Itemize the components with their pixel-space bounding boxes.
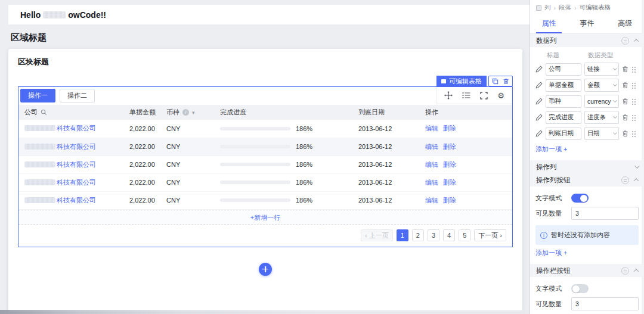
chevron-up-icon[interactable] bbox=[634, 39, 639, 43]
properties-panel: 列 › 段落 › 可编辑表格 属性 事件 高级 数据列 标题 数据类型 链接 bbox=[530, 0, 644, 314]
delete-link[interactable]: 删除 bbox=[443, 197, 456, 204]
trash-icon[interactable] bbox=[622, 114, 628, 121]
search-icon[interactable] bbox=[41, 109, 47, 116]
text-mode-label: 文字模式 bbox=[535, 194, 566, 203]
drag-handle[interactable] bbox=[631, 98, 636, 105]
company-link[interactable]: 科技有限公司 bbox=[57, 143, 96, 150]
edit-link[interactable]: 编辑 bbox=[425, 179, 438, 186]
columns-list-icon[interactable] bbox=[462, 92, 470, 99]
edit-pencil-icon[interactable] bbox=[535, 114, 543, 121]
delete-link[interactable]: 删除 bbox=[443, 179, 456, 186]
copy-widget-icon[interactable] bbox=[492, 78, 499, 85]
drag-handle[interactable] bbox=[631, 114, 636, 121]
trash-icon[interactable] bbox=[622, 66, 628, 73]
delete-link[interactable]: 删除 bbox=[443, 125, 456, 132]
add-row-link[interactable]: +新增一行 bbox=[250, 214, 280, 221]
tab-attributes[interactable]: 属性 bbox=[530, 15, 568, 33]
page-title: Hello owCode!! bbox=[20, 10, 106, 20]
table-tools: ⚙ bbox=[436, 87, 512, 104]
breadcrumb-current[interactable]: 可编辑表格 bbox=[580, 4, 611, 12]
column-title-input[interactable] bbox=[546, 63, 581, 76]
text-mode-toggle[interactable] bbox=[571, 284, 589, 293]
editable-table-widget[interactable]: 可编辑表格 操作一 操作二 bbox=[18, 86, 513, 247]
binding-icon[interactable] bbox=[621, 267, 629, 275]
column-type-select[interactable]: 金额 bbox=[584, 79, 619, 92]
action-one-button[interactable]: 操作一 bbox=[20, 89, 55, 102]
column-type-select[interactable]: currency bbox=[584, 95, 619, 108]
add-action-column-button-link[interactable]: 添加一项 + bbox=[535, 247, 567, 260]
chevron-down-icon bbox=[613, 130, 617, 135]
chevron-up-icon[interactable] bbox=[634, 178, 639, 183]
edit-pencil-icon[interactable] bbox=[535, 82, 543, 89]
page-button-1[interactable]: 1 bbox=[397, 229, 408, 241]
amount-cell: 2,022.00 bbox=[125, 120, 162, 138]
progress-label: 186% bbox=[296, 125, 312, 132]
visible-count-input[interactable] bbox=[571, 207, 639, 220]
edit-link[interactable]: 编辑 bbox=[425, 197, 438, 204]
trash-icon[interactable] bbox=[622, 82, 628, 89]
drag-handle[interactable] bbox=[631, 66, 636, 73]
section-header-action-bar-buttons[interactable]: 操作栏按钮 bbox=[530, 264, 644, 277]
column-title-input[interactable] bbox=[546, 128, 581, 140]
column-title-input[interactable] bbox=[546, 79, 581, 92]
text-mode-toggle[interactable] bbox=[571, 194, 589, 203]
page-button-4[interactable]: 4 bbox=[443, 229, 455, 241]
column-title-input[interactable] bbox=[546, 111, 581, 124]
chevron-down-icon[interactable] bbox=[634, 163, 639, 168]
settings-gear-icon[interactable]: ⚙ bbox=[497, 92, 504, 100]
binding-icon[interactable] bbox=[621, 176, 629, 184]
move-icon[interactable] bbox=[444, 91, 453, 100]
drag-handle[interactable] bbox=[631, 130, 636, 137]
delete-widget-icon[interactable] bbox=[503, 78, 509, 85]
company-link[interactable]: 科技有限公司 bbox=[57, 125, 96, 132]
edit-link[interactable]: 编辑 bbox=[425, 161, 438, 168]
binding-icon[interactable] bbox=[621, 37, 629, 45]
column-type-select[interactable]: 进度条 bbox=[584, 111, 619, 124]
trash-icon[interactable] bbox=[622, 130, 628, 137]
table-toolbar: 操作一 操作二 ⚙ bbox=[18, 87, 512, 105]
prev-page-button[interactable]: ‹ 上一页 bbox=[361, 229, 393, 241]
fullscreen-icon[interactable] bbox=[480, 92, 488, 100]
add-component-button[interactable] bbox=[259, 263, 272, 276]
company-link[interactable]: 科技有限公司 bbox=[57, 197, 96, 204]
section-header-action-column-buttons[interactable]: 操作列按钮 bbox=[530, 173, 644, 186]
breadcrumb-section[interactable]: 段落 bbox=[559, 4, 571, 12]
data-column-item: 日期 bbox=[535, 127, 639, 140]
column-type-select[interactable]: 链接 bbox=[584, 63, 619, 76]
next-page-button[interactable]: 下一页 › bbox=[474, 229, 506, 241]
empty-hint-alert: i 暂时还没有添加内容 bbox=[535, 225, 639, 245]
tab-advanced[interactable]: 高级 bbox=[606, 15, 644, 33]
section-header-data-columns[interactable]: 数据列 bbox=[530, 34, 644, 47]
filter-caret-icon[interactable]: ▾ bbox=[192, 110, 195, 116]
info-icon[interactable]: i bbox=[182, 109, 189, 116]
pagination: ‹ 上一页 1 2 3 4 5 下一页 › bbox=[18, 225, 512, 247]
tab-events[interactable]: 事件 bbox=[568, 15, 606, 33]
page-button-2[interactable]: 2 bbox=[412, 229, 424, 241]
company-link[interactable]: 科技有限公司 bbox=[57, 161, 96, 168]
delete-link[interactable]: 删除 bbox=[443, 143, 456, 150]
panel-scrollbar-track[interactable] bbox=[642, 0, 644, 314]
column-title-input[interactable] bbox=[546, 95, 581, 108]
chevron-up-icon[interactable] bbox=[634, 269, 639, 273]
action-two-button[interactable]: 操作二 bbox=[60, 89, 95, 102]
company-link[interactable]: 科技有限公司 bbox=[57, 179, 96, 186]
edit-pencil-icon[interactable] bbox=[535, 98, 543, 105]
visible-count-input[interactable] bbox=[571, 297, 639, 310]
breadcrumb-column[interactable]: 列 bbox=[544, 4, 551, 12]
page-button-3[interactable]: 3 bbox=[428, 229, 439, 241]
edit-link[interactable]: 编辑 bbox=[425, 143, 438, 150]
label-title: 标题 bbox=[547, 51, 588, 60]
widget-selection-tags: 可编辑表格 bbox=[436, 76, 513, 86]
censored-text bbox=[43, 11, 66, 18]
edit-link[interactable]: 编辑 bbox=[425, 125, 438, 132]
data-columns-body: 标题 数据类型 链接 金额 currency 进度条 bbox=[530, 47, 644, 160]
edit-pencil-icon[interactable] bbox=[535, 130, 543, 137]
delete-link[interactable]: 删除 bbox=[443, 161, 456, 168]
column-type-select[interactable]: 日期 bbox=[584, 127, 619, 140]
edit-pencil-icon[interactable] bbox=[535, 66, 543, 73]
drag-handle[interactable] bbox=[631, 82, 636, 89]
section-header-action-column[interactable]: 操作列 bbox=[530, 160, 644, 173]
add-data-column-link[interactable]: 添加一项 + bbox=[535, 143, 567, 157]
page-button-5[interactable]: 5 bbox=[459, 229, 470, 241]
trash-icon[interactable] bbox=[622, 98, 628, 105]
